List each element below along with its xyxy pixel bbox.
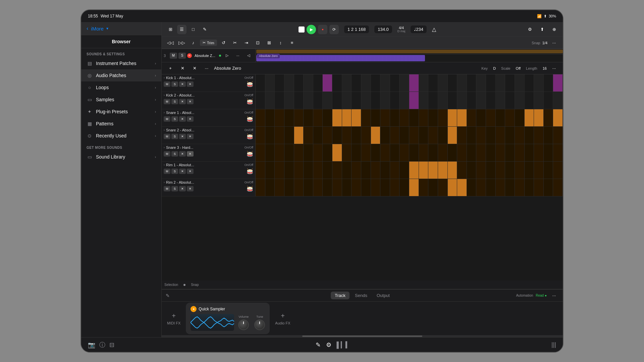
beat-cell[interactable] [428, 92, 438, 109]
beat-cell[interactable] [256, 162, 265, 179]
beat-cell[interactable] [256, 109, 265, 126]
beat-cell[interactable] [265, 74, 275, 92]
beat-cell[interactable] [486, 109, 496, 126]
back-arrow[interactable]: ‹ [87, 25, 88, 32]
beat-cell[interactable] [332, 162, 342, 179]
beat-cell[interactable] [380, 144, 390, 161]
kick1-beat-grid[interactable] [256, 74, 563, 92]
rim1-beat-grid[interactable] [256, 162, 563, 179]
beat-cell-active[interactable] [352, 109, 361, 126]
beat-cell[interactable] [467, 127, 477, 144]
split-icon[interactable]: ⊟ [109, 341, 114, 349]
beat-cell[interactable] [361, 92, 371, 109]
beat-cell[interactable] [515, 92, 525, 109]
snap-value[interactable]: 1/4 [542, 41, 547, 45]
beat-cell[interactable] [457, 92, 467, 109]
beat-cell[interactable] [342, 162, 352, 179]
beat-cell[interactable] [448, 92, 458, 109]
beat-cell[interactable] [525, 92, 534, 109]
snare3-s-btn[interactable]: S [171, 151, 178, 157]
beat-cell-active[interactable] [553, 74, 563, 92]
beat-cell[interactable] [323, 162, 332, 179]
beat-cell-active[interactable] [553, 109, 563, 126]
snare1-onoff[interactable]: On/Off [245, 111, 253, 114]
beat-cell[interactable] [428, 109, 438, 126]
beat-cell[interactable] [476, 109, 486, 126]
beat-cell[interactable] [371, 179, 381, 196]
beat-cell[interactable] [352, 162, 361, 179]
beat-cell[interactable] [332, 127, 342, 144]
beat-cell[interactable] [525, 74, 534, 92]
beat-cell[interactable] [419, 144, 429, 161]
beat-cell[interactable] [553, 179, 563, 196]
beat-cell[interactable] [342, 179, 352, 196]
beat-cell[interactable] [419, 179, 429, 196]
beat-cell[interactable] [275, 74, 284, 92]
rim2-m-btn[interactable]: M [164, 186, 170, 191]
beat-cell[interactable] [294, 144, 304, 161]
beat-cell[interactable] [399, 74, 409, 92]
beat-cell[interactable] [467, 144, 477, 161]
single-view-btn[interactable]: □ [189, 25, 198, 34]
beat-cell[interactable] [515, 127, 525, 144]
beat-cell-active[interactable] [409, 92, 419, 109]
beat-cell[interactable] [284, 74, 294, 92]
beat-cell[interactable] [265, 162, 275, 179]
beat-cell[interactable] [428, 74, 438, 92]
snare2-beat-grid[interactable] [256, 127, 563, 144]
beat-cell[interactable] [323, 92, 332, 109]
beat-cell[interactable] [486, 179, 496, 196]
beat-cell[interactable] [342, 74, 352, 92]
beat-cell[interactable] [515, 74, 525, 92]
beat-cell[interactable] [332, 74, 342, 92]
beat-cell-active[interactable] [342, 109, 352, 126]
kick1-s-btn[interactable]: S [171, 81, 178, 87]
beat-cell[interactable] [457, 144, 467, 161]
sidebar-item-plugin-presets[interactable]: ✦ Plug-in Presets › [81, 106, 161, 118]
expand-icon[interactable]: › [164, 94, 165, 97]
beat-cell[interactable] [438, 127, 448, 144]
beat-cell[interactable] [496, 74, 505, 92]
beat-cell[interactable] [371, 144, 381, 161]
beat-cell[interactable] [448, 144, 458, 161]
scale-val[interactable]: Off [516, 66, 521, 70]
beat-cell[interactable] [409, 109, 419, 126]
rim2-s-btn[interactable]: S [171, 186, 178, 191]
snare2-onoff[interactable]: On/Off [245, 128, 253, 132]
beat-cell[interactable] [419, 92, 429, 109]
abs-zero-expand-btn[interactable]: ▷ [222, 51, 232, 60]
key-val[interactable]: D [493, 66, 496, 70]
beat-cell[interactable] [313, 74, 323, 92]
beat-cell[interactable] [476, 179, 486, 196]
beat-cell[interactable] [390, 109, 400, 126]
beat-cell[interactable] [476, 92, 486, 109]
trim-button[interactable]: ✂ Trim [200, 40, 217, 46]
beat-cell[interactable] [553, 144, 563, 161]
expand-icon[interactable]: › [164, 181, 165, 184]
beat-cell[interactable] [428, 179, 438, 196]
bounce-btn[interactable]: ⊡ [253, 38, 263, 48]
drum-more-btn[interactable]: ··· [549, 64, 559, 73]
add-track-btn[interactable]: + [166, 64, 175, 73]
master-btn[interactable]: ≡ [287, 38, 297, 48]
beat-cell[interactable] [525, 179, 534, 196]
beat-cell[interactable] [486, 127, 496, 144]
beat-cell-active[interactable] [457, 109, 467, 126]
abs-zero-m-btn[interactable]: M [170, 53, 177, 59]
beat-cell[interactable] [476, 74, 486, 92]
beat-cell[interactable] [515, 144, 525, 161]
snare1-del2-btn[interactable]: ✕ [187, 116, 194, 122]
merge-btn[interactable]: ⇥ [242, 38, 251, 48]
sidebar-item-recently-used[interactable]: ⊙ Recently Used › [81, 130, 161, 142]
beat-cell[interactable] [304, 74, 313, 92]
beat-cell[interactable] [467, 162, 477, 179]
beat-cell[interactable] [515, 109, 525, 126]
beat-cell[interactable] [409, 127, 419, 144]
beat-cell-active[interactable] [525, 109, 534, 126]
beat-cell-active[interactable] [534, 109, 544, 126]
beat-cell[interactable] [352, 127, 361, 144]
fast-fwd-btn[interactable]: ▷▷ [177, 38, 186, 48]
beat-cell[interactable] [467, 109, 477, 126]
beat-cell[interactable] [361, 127, 371, 144]
share-btn[interactable]: ⬆ [537, 25, 547, 34]
